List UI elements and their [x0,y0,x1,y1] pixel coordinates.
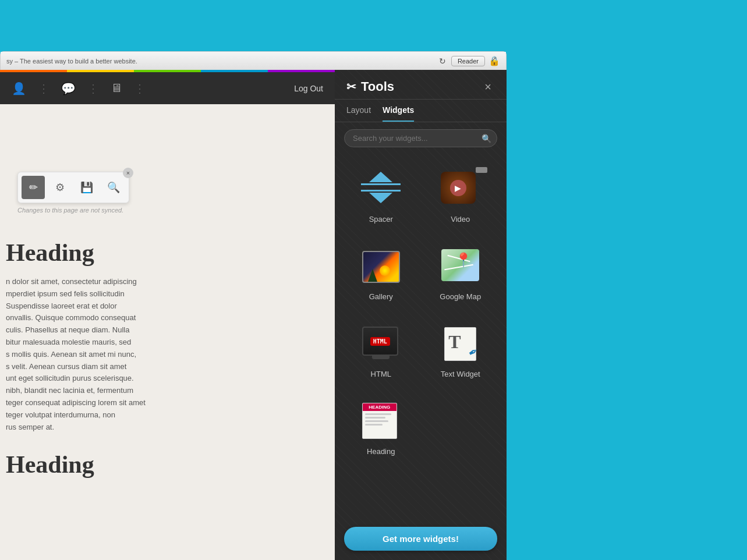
top-navigation: 👤 ⋮ 💬 ⋮ 🖥 ⋮ Log Out [0,72,335,104]
page-body-text: n dolor sit amet, consectetur adipiscing… [6,276,323,433]
person-icon[interactable]: 👤 [12,81,26,95]
browser-window: sy – The easiest way to build a better w… [0,51,507,71]
search-wrapper: 🔍 [344,129,497,147]
tools-title: ✂ Tools [346,79,394,94]
widget-googlemap[interactable]: 📍 Google Map [424,238,498,309]
html-stand [372,356,390,359]
textwidget-label: Text Widget [441,370,480,378]
heading-lines [363,411,396,430]
video-icon: ▶ [441,172,480,207]
gallery-sun [380,265,390,276]
gallery-icon [362,251,400,283]
video-label: Video [451,215,470,224]
nav-divider-1: ⋮ [38,81,49,95]
expand-icon[interactable]: ⤢ [491,55,500,65]
textwidget-paper: T ✒ [444,327,476,361]
play-icon: ▶ [450,180,466,196]
widget-video[interactable]: ▶ Video [424,160,498,232]
textwidget-icon: T ✒ [441,327,479,361]
tools-close-button[interactable]: × [481,80,495,94]
heading-paper: HEADING [362,403,397,439]
refresh-icon[interactable]: ↻ [437,56,448,66]
html-label: HTML [371,370,391,378]
spacer-label: Spacer [369,215,393,224]
widget-gallery[interactable]: Gallery [344,238,418,309]
page-heading-1: Heading [6,239,323,267]
monitor-icon[interactable]: 🖥 [111,81,122,95]
save-button[interactable]: 💾 [75,176,98,199]
tab-layout[interactable]: Layout [346,100,371,122]
gallery-label: Gallery [369,292,393,301]
html-monitor: HTML [362,327,398,356]
tools-header: ✂ Tools × [335,70,507,100]
sync-status: Changes to this page are not synced. [17,207,123,214]
tools-panel: ✂ Tools × Layout Widgets 🔍 Spa [335,70,507,560]
html-icon-area: HTML [360,323,402,365]
widget-html[interactable]: HTML HTML [344,315,418,387]
website-area: 👤 ⋮ 💬 ⋮ 🖥 ⋮ Log Out × ✏ ⚙ 💾 🔍 Changes to… [0,70,335,560]
gallery-icon-area [360,246,402,288]
tab-widgets[interactable]: Widgets [383,100,414,122]
logout-button[interactable]: Log Out [294,84,323,93]
textwidget-T-letter: T [448,332,461,351]
heading-badge: HEADING [363,403,396,411]
googlemap-icon: 📍 [441,249,479,284]
edit-button[interactable]: ✏ [22,176,45,199]
widget-search-input[interactable] [344,129,497,147]
heading-label: Heading [367,447,395,456]
widget-search-area: 🔍 [335,122,507,154]
textwidget-pen-icon: ✒ [465,343,481,360]
spacer-icon-area [360,168,402,210]
textwidget-icon-area: T ✒ [440,323,482,365]
toolbar-close-button[interactable]: × [123,168,133,178]
page-heading-2: Heading [6,451,323,479]
spacer-icon [361,172,401,207]
widget-spacer[interactable]: Spacer [344,160,418,232]
nav-divider-2: ⋮ [87,81,99,95]
widget-heading[interactable]: HEADING Heading [344,392,418,464]
camera-arm [476,167,487,173]
settings-button[interactable]: ⚙ [48,176,72,199]
html-icon: HTML [362,327,400,361]
browser-url: sy – The easiest way to build a better w… [6,58,437,65]
heading-icon: HEADING [362,403,400,441]
heading-icon-area: HEADING [360,400,402,442]
browser-titlebar: sy – The easiest way to build a better w… [1,52,506,70]
map-background: 📍 [441,249,479,281]
search-button[interactable]: 🔍 [102,176,125,199]
search-icon[interactable]: 🔍 [482,134,491,143]
reader-button[interactable]: Reader [451,56,485,66]
page-content-area: Heading n dolor sit amet, consectetur ad… [0,227,335,560]
gallery-tree [368,269,377,282]
html-badge: HTML [370,337,390,346]
tools-navigation: Layout Widgets [335,100,507,122]
get-more-widgets-button[interactable]: Get more widgets! [344,527,497,551]
googlemap-icon-area: 📍 [440,246,482,288]
googlemap-label: Google Map [440,292,481,301]
video-icon-area: ▶ [440,168,482,210]
map-pin-icon: 📍 [455,252,472,268]
widget-textwidget[interactable]: T ✒ Text Widget [424,315,498,387]
editor-toolbar: × ✏ ⚙ 💾 🔍 [17,172,129,203]
comment-icon[interactable]: 💬 [61,81,76,95]
nav-divider-3: ⋮ [134,81,146,95]
wrench-icon: ✂ [346,80,356,94]
widget-grid: Spacer ▶ Video Gallery [335,154,507,520]
